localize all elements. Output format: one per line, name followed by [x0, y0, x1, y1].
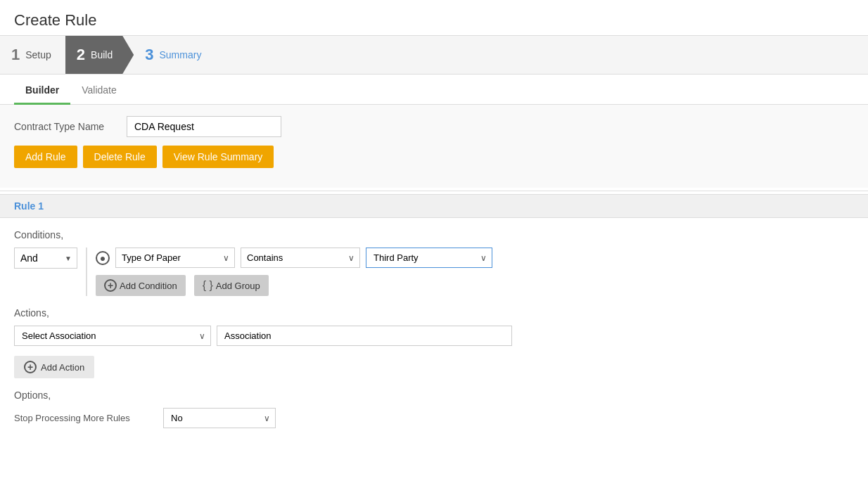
view-rule-summary-button[interactable]: View Rule Summary — [162, 146, 274, 168]
tab-validate[interactable]: Validate — [70, 77, 128, 105]
conditions-area: And Or ● Type Of Paper — [14, 248, 854, 296]
form-area: Contract Type Name Add Rule Delete Rule … — [0, 105, 868, 188]
tabs-bar: Builder Validate — [0, 77, 868, 105]
delete-rule-button[interactable]: Delete Rule — [83, 146, 157, 168]
add-rule-button[interactable]: Add Rule — [14, 146, 77, 168]
tab-builder[interactable]: Builder — [14, 77, 70, 105]
condition-row: ● Type Of Paper Contains Equals Not Cont… — [96, 248, 854, 268]
add-condition-label: Add Condition — [120, 281, 177, 291]
conditions-group: ● Type Of Paper Contains Equals Not Cont… — [86, 248, 854, 296]
contract-type-input[interactable] — [127, 116, 281, 137]
actions-label: Actions, — [14, 307, 854, 319]
toolbar-row: Add Rule Delete Rule View Rule Summary — [14, 146, 854, 168]
step-1-number: 1 — [11, 46, 20, 64]
condition-value-wrapper — [366, 248, 492, 268]
step-1-label: Setup — [25, 49, 51, 60]
stop-processing-select-wrapper: No Yes — [163, 408, 276, 428]
step-3-label: Summary — [159, 49, 201, 60]
divider-1 — [0, 191, 868, 191]
rule-title: Rule 1 — [14, 200, 44, 212]
options-label: Options, — [14, 390, 854, 401]
rule-body: Conditions, And Or ● Type Of Paper — [0, 218, 868, 447]
add-buttons-row: + Add Condition { } Add Group — [96, 275, 854, 296]
step-2[interactable]: 2 Build — [65, 36, 134, 74]
condition-field-select[interactable]: Type Of Paper — [115, 248, 235, 268]
page-title: Create Rule — [0, 0, 868, 35]
actions-area: Actions, Select Association Association … — [14, 307, 854, 378]
step-3[interactable]: 3 Summary — [134, 36, 215, 74]
step-2-label: Build — [91, 49, 113, 60]
action-row: Select Association Association — [14, 326, 854, 346]
contract-type-label: Contract Type Name — [14, 121, 127, 132]
curly-brace-icon: { } — [203, 279, 213, 292]
condition-operator-wrapper: Contains Equals Not Contains — [241, 248, 360, 268]
stop-processing-label: Stop Processing More Rules — [14, 413, 155, 423]
and-select-wrapper: And Or — [14, 248, 77, 269]
condition-field-wrapper: Type Of Paper — [115, 248, 235, 268]
condition-operator-select[interactable]: Contains Equals Not Contains — [241, 248, 360, 268]
conditions-label: Conditions, — [14, 229, 854, 240]
add-group-label: Add Group — [216, 281, 260, 291]
add-condition-button[interactable]: + Add Condition — [96, 275, 186, 296]
rule-header: Rule 1 — [0, 194, 868, 218]
condition-value-input[interactable] — [366, 248, 492, 268]
and-select[interactable]: And Or — [14, 248, 77, 269]
action-association-select[interactable]: Select Association Association — [14, 326, 211, 346]
add-action-label: Add Action — [41, 362, 84, 373]
add-action-icon: + — [24, 361, 37, 373]
stop-processing-select[interactable]: No Yes — [163, 408, 276, 428]
page-container: Create Rule 1 Setup 2 Build 3 Summary Bu… — [0, 0, 868, 488]
add-action-button[interactable]: + Add Action — [14, 356, 94, 378]
step-2-number: 2 — [77, 46, 85, 64]
condition-remove-icon[interactable]: ● — [96, 251, 110, 265]
action-select-wrapper: Select Association Association — [14, 326, 211, 346]
step-3-number: 3 — [145, 46, 153, 64]
option-row: Stop Processing More Rules No Yes — [14, 408, 854, 428]
contract-type-row: Contract Type Name — [14, 116, 854, 137]
step-1[interactable]: 1 Setup — [0, 36, 65, 74]
steps-bar: 1 Setup 2 Build 3 Summary — [0, 35, 868, 75]
add-group-button[interactable]: { } Add Group — [194, 275, 269, 296]
action-association-input[interactable] — [217, 326, 512, 346]
rule-section: Rule 1 Conditions, And Or ● — [0, 194, 868, 447]
options-area: Options, Stop Processing More Rules No Y… — [14, 390, 854, 428]
add-condition-icon: + — [104, 279, 117, 292]
